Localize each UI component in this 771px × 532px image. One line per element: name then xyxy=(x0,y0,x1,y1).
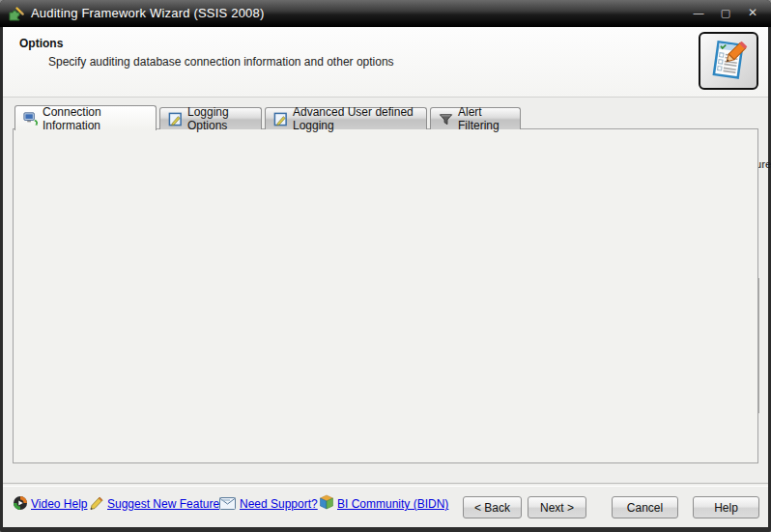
video-play-icon xyxy=(13,495,28,511)
email-support-icon xyxy=(219,497,236,510)
tab-advanced-logging[interactable]: Advanced User defined Logging xyxy=(265,107,427,129)
page-title: Options xyxy=(19,37,63,50)
help-button[interactable]: Help xyxy=(693,496,759,518)
window-title: Auditing Framework Wizard (SSIS 2008) xyxy=(31,6,264,20)
pencil-icon xyxy=(89,495,104,511)
puzzle-pencil-icon xyxy=(8,6,24,22)
tab-label: Connection Information xyxy=(43,105,148,132)
title-bar: Auditing Framework Wizard (SSIS 2008) — … xyxy=(0,0,771,27)
minimize-icon[interactable]: — xyxy=(688,5,709,21)
suggest-feature-link[interactable]: Suggest New Feature xyxy=(107,497,219,511)
note-edit-icon xyxy=(168,112,183,126)
tab-logging-options[interactable]: Logging Options xyxy=(159,107,262,129)
notepad-pencil-icon xyxy=(707,41,750,81)
computer-connection-icon xyxy=(23,111,38,126)
tab-label: Advanced User defined Logging xyxy=(293,105,418,132)
filter-funnel-icon xyxy=(439,112,453,126)
tab-alert-filtering[interactable]: Alert Filtering xyxy=(430,107,521,129)
cube-community-icon xyxy=(319,494,334,510)
content-panel xyxy=(13,128,758,463)
wizard-badge xyxy=(699,32,758,90)
close-icon[interactable]: ✕ xyxy=(742,5,763,21)
tab-connection-information[interactable]: Connection Information xyxy=(14,105,157,130)
cancel-button[interactable]: Cancel xyxy=(612,496,678,518)
maximize-icon[interactable]: ▢ xyxy=(715,5,736,21)
need-support-link[interactable]: Need Support? xyxy=(240,497,318,511)
note-edit-icon xyxy=(273,112,288,126)
page-subtitle: Specify auditing database connection inf… xyxy=(48,55,394,69)
video-help-link[interactable]: Video Help xyxy=(31,497,88,511)
next-button[interactable]: Next > xyxy=(528,496,586,518)
footer-divider xyxy=(3,483,768,487)
bi-community-link[interactable]: BI Community (BIDN) xyxy=(337,497,448,511)
tab-label: Alert Filtering xyxy=(458,105,512,132)
tab-label: Logging Options xyxy=(187,105,253,132)
back-button[interactable]: < Back xyxy=(463,496,522,518)
wizard-window: Auditing Framework Wizard (SSIS 2008) — … xyxy=(0,0,771,532)
